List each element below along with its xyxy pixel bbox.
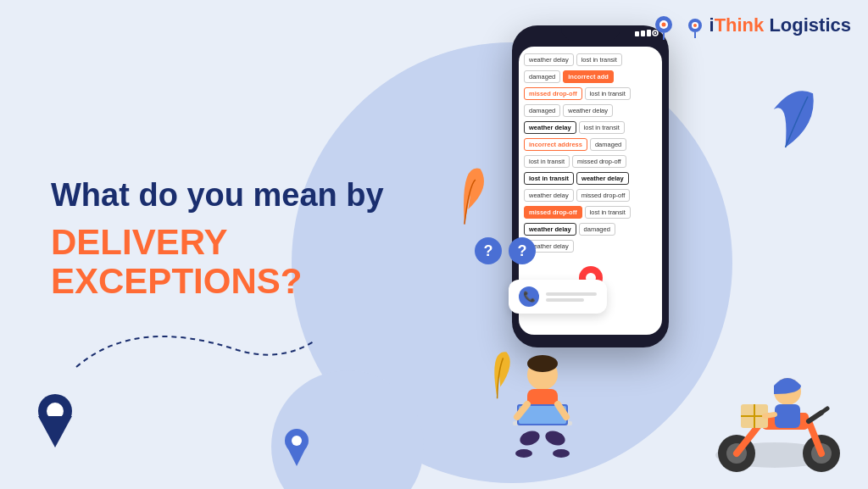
svg-point-20 <box>543 428 567 447</box>
svg-line-31 <box>809 413 821 421</box>
tag-damaged-1: damaged <box>524 70 560 83</box>
svg-point-19 <box>518 428 542 447</box>
tag-lost-transit-3: lost in transit <box>579 121 625 134</box>
tag-row-4: damaged weather delay <box>524 104 657 117</box>
tag-incorrect-add-1: incorrect add <box>563 70 614 83</box>
tag-weather-delay-6: weather delay <box>524 223 576 236</box>
tag-lost-transit-4: lost in transit <box>524 155 570 168</box>
svg-line-32 <box>821 408 827 413</box>
tag-row-9: weather delay missed drop-off <box>524 189 657 202</box>
tag-lost-transit-1: lost in transit <box>576 53 622 66</box>
location-pin-large <box>25 375 85 455</box>
tag-row-1: weather delay lost in transit <box>524 53 657 66</box>
logo-text: iThink Logistics <box>684 14 852 37</box>
tag-missed-dropoff-1: missed drop-off <box>524 87 582 100</box>
main-content: What do you mean by DELIVERY EXCEPTIONS? <box>51 175 407 301</box>
tag-missed-dropoff-3: missed drop-off <box>576 189 631 202</box>
tag-row-5: weather delay lost in transit <box>524 121 657 134</box>
page-title-line1: What do you mean by <box>51 175 407 214</box>
tag-row-12: weather delay <box>524 240 657 253</box>
question-mark-2: ? <box>509 237 536 264</box>
speech-bubble: 📞 <box>509 280 607 314</box>
svg-point-5 <box>693 24 697 27</box>
phone-status-bar <box>520 30 660 36</box>
tag-missed-dropoff-4: missed drop-off <box>524 206 582 219</box>
tag-row-8: lost in transit weather delay <box>524 172 657 185</box>
tag-weather-delay-1: weather delay <box>524 53 574 66</box>
tag-damaged-4: damaged <box>579 223 615 236</box>
question-mark-1: ? <box>475 237 502 264</box>
tag-lost-transit-5: lost in transit <box>524 172 574 185</box>
svg-marker-12 <box>287 446 307 466</box>
delivery-person-scooter <box>690 353 843 472</box>
tag-row-11: weather delay damaged <box>524 223 657 236</box>
svg-marker-9 <box>38 416 72 447</box>
page-title-line2: DELIVERY EXCEPTIONS? <box>51 223 407 301</box>
tag-weather-delay-2: weather delay <box>563 104 613 117</box>
tag-row-2: damaged incorrect add <box>524 70 657 83</box>
person-sitting <box>492 353 593 472</box>
tag-weather-delay-5: weather delay <box>524 189 574 202</box>
leaf-blue-decoration <box>757 80 826 168</box>
bubble-line-1 <box>546 292 597 296</box>
tag-row-10: missed drop-off lost in transit <box>524 206 657 219</box>
header: iThink Logistics <box>650 13 852 40</box>
tag-missed-dropoff-2: missed drop-off <box>572 155 626 168</box>
tag-lost-transit-6: lost in transit <box>585 206 631 219</box>
tag-incorrect-address-1: incorrect address <box>524 138 587 151</box>
tag-weather-delay-4: weather delay <box>576 172 629 185</box>
svg-point-23 <box>515 449 532 458</box>
phone-mockup: weather delay lost in transit damaged in… <box>512 25 682 364</box>
tag-damaged-3: damaged <box>590 138 626 151</box>
dotted-path <box>68 308 322 379</box>
tag-damaged-2: damaged <box>524 104 560 117</box>
logo-icon <box>650 13 677 40</box>
question-marks: ? ? <box>475 237 536 264</box>
svg-rect-34 <box>775 404 800 428</box>
bubble-line-2 <box>546 298 584 302</box>
tag-lost-transit-2: lost in transit <box>585 87 631 100</box>
svg-point-14 <box>527 355 558 372</box>
bubble-lines <box>546 292 597 302</box>
svg-point-11 <box>292 436 302 446</box>
tag-row-6: incorrect address damaged <box>524 138 657 151</box>
bubble-phone-icon: 📞 <box>519 286 539 307</box>
tag-weather-delay-3: weather delay <box>524 121 576 134</box>
svg-point-24 <box>553 449 570 458</box>
tag-row-3: missed drop-off lost in transit <box>524 87 657 100</box>
svg-rect-40 <box>641 31 645 36</box>
tag-row-7: lost in transit missed drop-off <box>524 155 657 168</box>
svg-rect-39 <box>635 31 639 36</box>
location-pin-medium <box>280 422 314 472</box>
svg-line-38 <box>765 414 775 416</box>
svg-point-2 <box>661 23 665 27</box>
